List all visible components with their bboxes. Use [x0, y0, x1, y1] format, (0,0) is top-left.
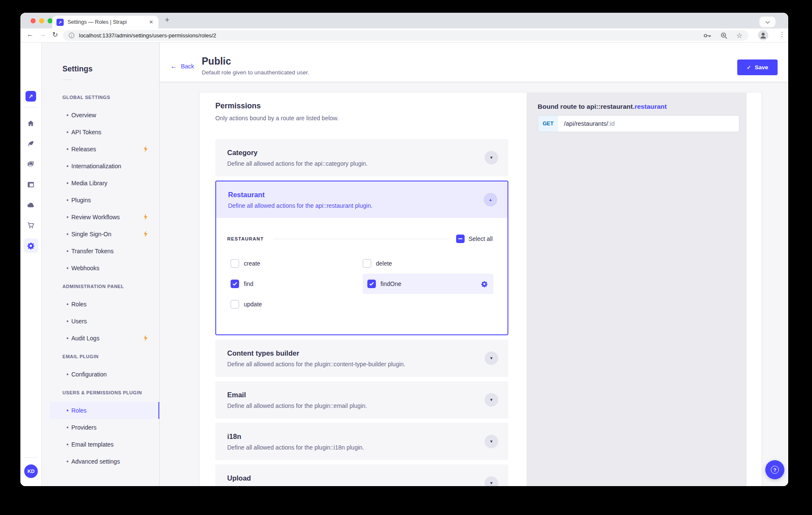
sidebar-item-review-workflows[interactable]: Review Workflows: [42, 209, 159, 226]
section-label-administration-panel: ADMINISTRATION PANEL: [62, 283, 149, 289]
accordion-upload[interactable]: Upload ▼: [215, 464, 508, 486]
new-tab-button[interactable]: +: [165, 15, 169, 25]
sidebar-item-advanced-settings[interactable]: Advanced settings: [42, 453, 159, 470]
bullet-icon: [67, 233, 68, 235]
expand-toggle-button[interactable]: ▼: [485, 435, 498, 448]
collapse-toggle-button[interactable]: ▲: [484, 193, 497, 207]
browser-tab[interactable]: ↗ Settings — Roles | Strapi ✕: [52, 16, 158, 28]
bullet-icon: [67, 131, 68, 133]
findone-checkbox[interactable]: [367, 280, 376, 288]
strapi-app: ↗: [20, 42, 788, 486]
permission-delete: delete: [363, 253, 392, 274]
sidebar-item-audit-logs[interactable]: Audit Logs: [42, 330, 159, 347]
delete-checkbox[interactable]: [363, 259, 371, 268]
permission-find: find: [231, 274, 254, 294]
select-all-checkbox[interactable]: [456, 235, 465, 243]
sidebar-item-plugins[interactable]: Plugins: [42, 192, 159, 209]
findone-settings-button[interactable]: [481, 280, 488, 288]
sidebar-item-releases[interactable]: Releases: [42, 141, 159, 158]
chevron-down-icon: ▼: [490, 398, 493, 402]
nav-marketplace-icon[interactable]: [24, 215, 38, 235]
accordion-restaurant-expanded: Restaurant Define all allowed actions fo…: [215, 181, 508, 335]
bookmark-star-icon[interactable]: ☆: [736, 32, 742, 39]
lightning-bolt-icon: [143, 335, 148, 342]
bullet-icon: [67, 337, 68, 339]
tab-close-icon[interactable]: ✕: [148, 19, 154, 25]
main-nav-rail: ↗: [20, 42, 42, 486]
gear-icon: [481, 280, 488, 288]
nav-content-type-builder-icon[interactable]: [24, 174, 38, 195]
expand-toggle-button[interactable]: ▼: [485, 393, 498, 407]
divider: [273, 239, 448, 239]
expand-toggle-button[interactable]: ▼: [485, 351, 498, 365]
forward-navigation-icon[interactable]: →: [39, 31, 46, 38]
sidebar-item-up-roles[interactable]: Roles: [50, 402, 159, 419]
expand-toggle-button[interactable]: ▼: [485, 151, 498, 164]
select-all-control[interactable]: Select all: [456, 235, 493, 243]
accordion-i18n[interactable]: i18n Define all allowed actions for the …: [215, 423, 508, 460]
nav-deploy-cloud-icon[interactable]: [24, 195, 38, 215]
back-navigation-icon[interactable]: ←: [27, 31, 34, 38]
minimize-window-button[interactable]: [39, 18, 44, 23]
accordion-content-types-builder[interactable]: Content types builder Define all allowed…: [215, 340, 508, 377]
bullet-icon: [67, 410, 68, 411]
sidebar-item-media-library[interactable]: Media Library: [42, 175, 159, 192]
sidebar-item-overview[interactable]: Overview: [42, 107, 159, 124]
sidebar-item-webhooks[interactable]: Webhooks: [42, 260, 159, 277]
nav-content-manager-icon[interactable]: [24, 133, 38, 154]
user-avatar[interactable]: KD: [24, 464, 38, 478]
section-label-users-permissions-plugin: USERS & PERMISSIONS PLUGIN: [62, 390, 149, 396]
indeterminate-dash-icon: [458, 238, 462, 239]
reload-icon[interactable]: ↻: [52, 31, 58, 39]
bullet-icon: [67, 250, 68, 252]
sidebar-item-transfer-tokens[interactable]: Transfer Tokens: [42, 243, 159, 260]
address-bar[interactable]: i localhost:1337/admin/settings/users-pe…: [63, 30, 748, 41]
page-title: Public: [202, 56, 231, 67]
sidebar-item-providers[interactable]: Providers: [42, 419, 159, 436]
strapi-favicon: ↗: [56, 19, 64, 26]
url-text[interactable]: localhost:1337/admin/settings/users-perm…: [79, 32, 703, 39]
expand-toggle-button[interactable]: ▼: [485, 476, 498, 486]
bullet-icon: [67, 444, 68, 445]
accordion-restaurant-header[interactable]: Restaurant Define all allowed actions fo…: [216, 181, 508, 218]
sidebar-item-single-sign-on[interactable]: Single Sign-On: [42, 226, 159, 243]
permissions-title: Permissions: [215, 101, 527, 110]
strapi-logo[interactable]: ↗: [25, 91, 36, 102]
check-icon: ✓: [747, 65, 751, 71]
help-button[interactable]: ?: [765, 460, 784, 479]
route-path-param: :id: [608, 120, 615, 127]
sidebar-item-configuration[interactable]: Configuration: [42, 366, 159, 383]
zoom-page-icon[interactable]: [720, 32, 728, 40]
group-label: RESTAURANT: [227, 236, 264, 241]
sidebar-item-api-tokens[interactable]: API Tokens: [42, 124, 159, 141]
create-checkbox[interactable]: [231, 259, 239, 268]
sidebar-item-email-templates[interactable]: Email templates: [42, 436, 159, 453]
restaurant-route-link[interactable]: .restaurant: [633, 103, 667, 110]
page-subtitle: Default role given to unauthenticated us…: [202, 69, 309, 76]
site-info-icon[interactable]: i: [69, 33, 74, 38]
update-checkbox[interactable]: [231, 300, 239, 308]
bullet-icon: [67, 148, 68, 150]
nav-settings-icon[interactable]: [24, 238, 38, 253]
save-button[interactable]: ✓ Save: [737, 59, 778, 75]
section-label-global-settings: GLOBAL SETTINGS: [62, 94, 149, 100]
bound-route-panel: Bound route to api::restaurant.restauran…: [527, 93, 747, 486]
accordion-category[interactable]: Category Define all allowed actions for …: [215, 139, 508, 176]
close-window-button[interactable]: [31, 18, 36, 23]
find-checkbox[interactable]: [231, 280, 239, 288]
nav-media-library-icon[interactable]: [24, 154, 38, 174]
password-key-icon[interactable]: [703, 33, 712, 39]
browser-profile-avatar[interactable]: [758, 30, 768, 42]
chevron-down-icon: ▼: [490, 481, 493, 485]
accordion-email[interactable]: Email Define all allowed actions for the…: [215, 381, 508, 419]
sidebar-item-users[interactable]: Users: [42, 313, 159, 330]
sidebar-item-admin-roles[interactable]: Roles: [42, 296, 159, 313]
tab-search-button[interactable]: [759, 17, 775, 27]
sidebar-item-internationalization[interactable]: Internationalization: [42, 158, 159, 175]
permissions-card: Permissions Only actions bound by a rout…: [200, 93, 761, 486]
back-link[interactable]: ← Back: [170, 63, 194, 70]
browser-menu-icon[interactable]: ⋮: [779, 31, 785, 38]
section-label-email-plugin: EMAIL PLUGIN: [62, 354, 149, 359]
route-field[interactable]: GET /api/restaurants/:id: [538, 115, 739, 132]
nav-home-icon[interactable]: [24, 113, 38, 133]
